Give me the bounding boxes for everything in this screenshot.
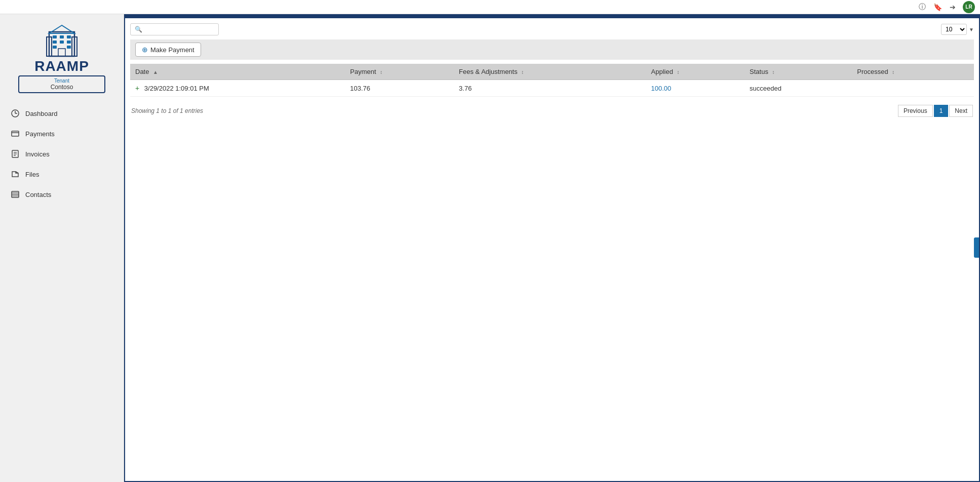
make-payment-button[interactable]: ⊕ Make Payment: [135, 43, 201, 57]
sidebar-label-payments: Payments: [25, 130, 55, 138]
plus-circle-icon: ⊕: [142, 46, 148, 54]
right-collapse-tab[interactable]: [974, 237, 979, 258]
svg-rect-12: [58, 49, 65, 56]
export-icon[interactable]: ➔: [948, 2, 958, 12]
search-icon: 🔍: [135, 26, 142, 33]
svg-rect-14: [12, 131, 19, 136]
applied-link[interactable]: 100.00: [651, 85, 672, 92]
sidebar-label-invoices: Invoices: [25, 150, 50, 158]
applied-sort-icon: ↕: [677, 69, 680, 75]
status-sort-icon: ↕: [772, 69, 775, 75]
cell-date: + 3/29/2022 1:09:01 PM: [130, 80, 345, 97]
cell-fees: 3.76: [454, 80, 646, 97]
next-button[interactable]: Next: [949, 105, 973, 117]
top-bar: ⓘ 🔖 ➔ LR: [0, 0, 980, 14]
cell-status: succeeded: [744, 80, 852, 97]
content-area: 🔍 10 25 50 100 ▼ ⊕: [125, 18, 979, 481]
payments-icon: [10, 129, 20, 139]
pagination-controls: Previous 1 Next: [898, 105, 973, 117]
sidebar: RAAMP Tenant Contoso Dashboard: [0, 14, 124, 482]
row-expand-icon[interactable]: +: [135, 84, 139, 92]
col-header-processed[interactable]: Processed ↕: [852, 64, 974, 80]
svg-rect-4: [53, 35, 57, 38]
table-header-row: Date ▲ Payment ↕ Fees & Adjustments ↕: [130, 64, 974, 80]
invoices-icon: [10, 149, 20, 159]
cell-processed: [852, 80, 974, 97]
sidebar-label-dashboard: Dashboard: [25, 110, 58, 117]
svg-rect-5: [53, 41, 57, 44]
sidebar-item-files[interactable]: Files: [0, 164, 124, 184]
svg-rect-10: [60, 35, 64, 38]
col-header-fees[interactable]: Fees & Adjustments ↕: [454, 64, 646, 80]
processed-sort-icon: ↕: [892, 69, 894, 75]
per-page-selector: 10 25 50 100 ▼: [941, 24, 974, 35]
payments-table-wrapper: Date ▲ Payment ↕ Fees & Adjustments ↕: [130, 64, 974, 97]
logo-text: RAAMP: [34, 58, 89, 74]
svg-rect-9: [67, 46, 71, 49]
col-header-date[interactable]: Date ▲: [130, 64, 345, 80]
pagination-info: Showing 1 to 1 of 1 entries: [131, 107, 203, 114]
per-page-select[interactable]: 10 25 50 100: [941, 24, 967, 35]
svg-rect-8: [67, 41, 71, 44]
contacts-icon: [10, 189, 20, 199]
table-row[interactable]: + 3/29/2022 1:09:01 PM 103.76 3.76 100.0…: [130, 80, 974, 97]
svg-rect-7: [67, 35, 71, 38]
tenant-name: Contoso: [27, 84, 96, 91]
search-input[interactable]: [144, 26, 215, 33]
payment-sort-icon: ↕: [380, 69, 382, 75]
svg-rect-11: [60, 41, 64, 44]
previous-button[interactable]: Previous: [898, 105, 933, 117]
tenant-label: Tenant: [27, 78, 96, 84]
app-container: RAAMP Tenant Contoso Dashboard: [0, 14, 980, 482]
files-icon: [10, 169, 20, 179]
sidebar-item-contacts[interactable]: Contacts: [0, 184, 124, 205]
page-1-button[interactable]: 1: [934, 105, 949, 117]
per-page-dropdown-icon: ▼: [969, 27, 974, 32]
payments-table: Date ▲ Payment ↕ Fees & Adjustments ↕: [130, 64, 974, 97]
building-logo: [44, 24, 80, 57]
cell-payment: 103.76: [345, 80, 454, 97]
main-header-bar: [125, 14, 979, 18]
sidebar-label-files: Files: [25, 171, 39, 178]
make-payment-label: Make Payment: [150, 46, 194, 54]
toolbar: ⊕ Make Payment: [130, 39, 974, 60]
sidebar-item-payments[interactable]: Payments: [0, 124, 124, 144]
bookmark-icon[interactable]: 🔖: [932, 2, 943, 12]
pagination-container: Showing 1 to 1 of 1 entries Previous 1 N…: [130, 103, 974, 119]
help-icon[interactable]: ⓘ: [917, 2, 927, 12]
search-bar: 🔍: [130, 23, 219, 35]
svg-rect-6: [53, 46, 57, 49]
search-input-wrapper[interactable]: 🔍: [130, 23, 219, 35]
logo-container: RAAMP Tenant Contoso: [0, 19, 124, 103]
col-header-applied[interactable]: Applied ↕: [646, 64, 745, 80]
tenant-box: Tenant Contoso: [18, 75, 105, 93]
sidebar-item-dashboard[interactable]: Dashboard: [0, 103, 124, 124]
main-content: 🔍 10 25 50 100 ▼ ⊕: [124, 14, 980, 482]
col-header-status[interactable]: Status ↕: [744, 64, 852, 80]
date-sort-icon: ▲: [153, 69, 158, 75]
cell-applied: 100.00: [646, 80, 745, 97]
sidebar-item-invoices[interactable]: Invoices: [0, 144, 124, 164]
fees-sort-icon: ↕: [521, 69, 524, 75]
dashboard-icon: [10, 108, 20, 118]
col-header-payment[interactable]: Payment ↕: [345, 64, 454, 80]
user-avatar[interactable]: LR: [963, 1, 975, 13]
sidebar-label-contacts: Contacts: [25, 191, 51, 198]
